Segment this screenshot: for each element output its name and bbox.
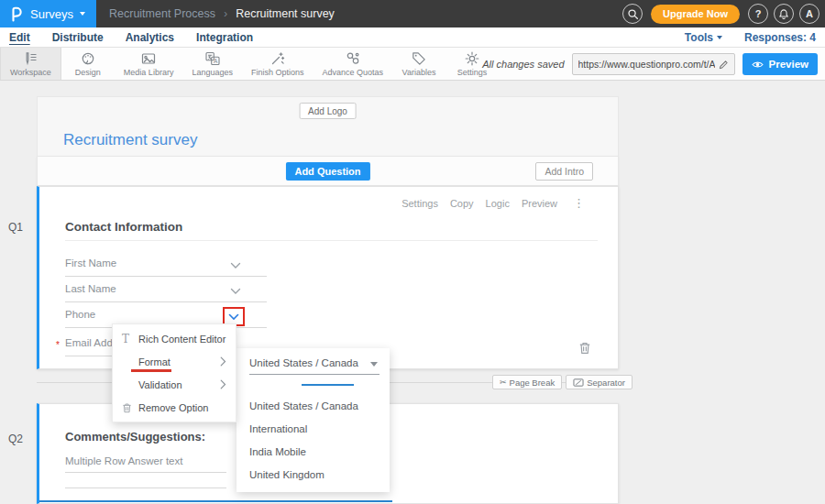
question-title-q1[interactable]: Contact Information xyxy=(65,220,182,234)
menu-item-remove-option[interactable]: Remove Option xyxy=(113,396,236,419)
separator-label: Separator xyxy=(587,378,625,388)
separator-button[interactable]: Separator xyxy=(566,375,632,389)
chevron-right-icon xyxy=(220,356,226,367)
answer-row-first-name[interactable]: First Name xyxy=(65,257,267,277)
question-divider xyxy=(65,240,598,241)
toolbar-item-advance-quotas[interactable]: Advance Quotas xyxy=(313,48,392,80)
add-question-button[interactable]: Add Question xyxy=(285,162,369,181)
add-intro-button[interactable]: Add Intro xyxy=(535,162,593,181)
kebab-menu-icon[interactable]: ⋮ xyxy=(573,196,585,210)
question-logic-link[interactable]: Logic xyxy=(486,198,510,209)
account-button[interactable]: A xyxy=(799,4,820,24)
tools-label: Tools xyxy=(685,31,713,44)
survey-url: https://www.questionpro.com/t/APNrFZ xyxy=(578,59,715,70)
multirow-answer-field[interactable]: Multiple Row Answer text xyxy=(65,455,226,473)
image-icon xyxy=(141,51,156,66)
eye-icon xyxy=(752,60,764,70)
answer-label: Last Name xyxy=(65,283,116,294)
help-button[interactable]: ? xyxy=(748,4,768,24)
topbar-actions: Upgrade Now ? A xyxy=(622,4,825,24)
breadcrumb-current: Recruitment survey xyxy=(236,7,335,20)
gear-icon xyxy=(465,51,479,66)
answer-label: First Name xyxy=(65,257,116,268)
chevron-down-icon[interactable] xyxy=(230,262,241,269)
question-copy-link[interactable]: Copy xyxy=(450,198,474,209)
edit-url-icon[interactable] xyxy=(719,60,729,70)
required-marker: * xyxy=(56,340,60,350)
trash-icon[interactable] xyxy=(578,341,591,355)
trash-icon xyxy=(122,402,138,413)
topbar: Surveys Recruitment Process › Recruitmen… xyxy=(0,0,825,27)
page-break-label: Page Break xyxy=(510,378,556,388)
toolbar-item-variables[interactable]: Variables xyxy=(392,48,446,80)
breadcrumb-folder[interactable]: Recruitment Process xyxy=(109,7,215,20)
menu-item-label: Format xyxy=(138,356,170,367)
tab-integration[interactable]: Integration xyxy=(196,31,253,44)
question-preview-link[interactable]: Preview xyxy=(522,198,557,209)
caret-down-icon xyxy=(717,36,722,39)
breadcrumb-separator: › xyxy=(224,7,227,20)
menu-item-format[interactable]: Format xyxy=(113,350,236,373)
search-icon xyxy=(627,8,639,20)
search-button[interactable] xyxy=(622,4,643,24)
toolbar-item-design[interactable]: Design xyxy=(61,48,115,80)
survey-canvas: Add Logo Recruitment survey Add Question… xyxy=(0,81,825,504)
toolbar-label: Design xyxy=(75,68,101,77)
question-title-q2[interactable]: Comments/Suggestions: xyxy=(65,430,205,444)
chevron-down-icon[interactable] xyxy=(228,313,239,321)
menu-item-validation[interactable]: Validation xyxy=(113,373,236,396)
answer-row-last-name[interactable]: Last Name xyxy=(65,283,267,302)
format-option-united-kingdom[interactable]: United Kingdom xyxy=(249,469,324,482)
add-question-row: Add Question Add Intro xyxy=(37,156,619,186)
submenu-accent-line xyxy=(302,384,354,386)
menu-item-rich-content-editor[interactable]: T Rich Content Editor xyxy=(113,327,236,350)
svg-text:A: A xyxy=(214,58,218,64)
preview-button[interactable]: Preview xyxy=(742,53,818,75)
format-option-india-mobile[interactable]: India Mobile xyxy=(249,446,306,459)
toolbar-label: Advance Quotas xyxy=(322,68,383,77)
wand-icon xyxy=(270,51,285,66)
survey-nav: Edit Distribute Analytics Integration To… xyxy=(0,27,825,48)
caret-down-icon xyxy=(80,12,85,16)
chevron-down-icon[interactable] xyxy=(230,288,241,295)
menu-item-label: Validation xyxy=(138,379,182,390)
surveys-product-menu[interactable]: Surveys xyxy=(0,0,96,27)
format-select[interactable]: United States / Canada xyxy=(249,357,380,375)
tab-analytics[interactable]: Analytics xyxy=(126,31,174,44)
notifications-button[interactable] xyxy=(774,4,794,24)
toolbar-item-media-library[interactable]: Media Library xyxy=(115,48,183,80)
tools-menu[interactable]: Tools xyxy=(685,31,722,44)
chevron-right-icon xyxy=(220,379,226,389)
tab-distribute[interactable]: Distribute xyxy=(52,31,104,44)
menu-item-label: Rich Content Editor xyxy=(138,334,226,345)
save-status: All changes saved xyxy=(482,59,564,70)
preview-label: Preview xyxy=(769,59,808,70)
question-actions: Settings Copy Logic Preview ⋮ xyxy=(402,196,585,210)
upgrade-label: Upgrade Now xyxy=(663,8,728,19)
caret-down-icon xyxy=(370,362,378,367)
add-logo-button[interactable]: Add Logo xyxy=(299,103,357,119)
tab-edit[interactable]: Edit xyxy=(9,31,30,44)
toolbar-item-languages[interactable]: A Languages xyxy=(182,48,242,80)
toolbar-label: Finish Options xyxy=(251,68,304,77)
option-context-menu: T Rich Content Editor Format Validation xyxy=(112,323,236,422)
upgrade-button[interactable]: Upgrade Now xyxy=(651,5,740,24)
survey-url-field[interactable]: https://www.questionpro.com/t/APNrFZ xyxy=(572,53,735,75)
toolbar-right: All changes saved https://www.questionpr… xyxy=(482,48,818,81)
question-settings-link[interactable]: Settings xyxy=(402,198,438,209)
survey-title[interactable]: Recruitment survey xyxy=(63,131,197,149)
toolbar-item-finish-options[interactable]: Finish Options xyxy=(242,48,314,80)
responses-link[interactable]: Responses: 4 xyxy=(744,31,816,44)
format-option-us-canada[interactable]: United States / Canada xyxy=(249,400,358,413)
help-icon: ? xyxy=(755,8,762,19)
survey-editor-app: Surveys Recruitment Process › Recruitmen… xyxy=(0,0,825,504)
toolbar-item-workspace[interactable]: Workspace xyxy=(0,48,61,80)
product-label: Surveys xyxy=(30,7,73,21)
format-selected-value: United States / Canada xyxy=(249,357,358,368)
focused-line xyxy=(39,500,392,502)
page-break-button[interactable]: ✂ Page Break xyxy=(492,375,562,389)
format-option-international[interactable]: International xyxy=(249,423,307,436)
text-format-icon: T xyxy=(122,333,138,345)
separator-icon xyxy=(573,378,584,388)
links-icon xyxy=(346,51,360,66)
